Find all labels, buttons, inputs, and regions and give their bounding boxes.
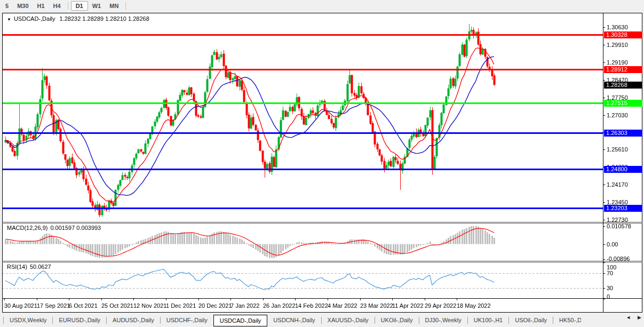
rsi-tick-label: 70 [607,270,613,276]
tab-xauusd-daily[interactable]: XAUUSD-,Daily [322,314,375,327]
price-tick-label: 1.29910 [607,42,628,48]
date-tick-label: 6 Oct 2021 [69,302,98,309]
price-tick-label: 1.29190 [607,59,628,66]
price-tick-label: 1.30630 [607,24,628,30]
macd-name: MACD(12,26,9) [7,225,47,231]
price-level-badge: 1.27515 [604,100,642,107]
price-tick-label: 1.22730 [607,217,628,223]
price-chart-canvas[interactable] [0,0,644,327]
macd-indicator-label: MACD(12,26,9)0.001597 0.003993 [7,225,101,231]
tab-eurusd-daily[interactable]: EURUSD-,Daily [53,314,106,327]
tab-dj30-weekly[interactable]: DJ30-,Weekly [419,314,467,327]
macd-tick-label: -0.00896 [607,256,630,262]
date-tick-label: 18 May 2022 [457,302,491,309]
price-level-badge: 1.28912 [604,66,642,73]
rsi-tick-label: 0 [607,293,610,300]
date-tick-label: 11 Apr 2022 [392,302,424,309]
macd-tick-label: 0.00 [607,241,618,248]
price-tick-label: 1.25610 [607,146,628,153]
tab-ukoil-daily[interactable]: UKOil-,Daily [375,314,419,327]
date-tick-label: 29 Apr 2022 [425,302,456,309]
toolbar-separator [125,2,126,10]
tab-scroll-left-icon[interactable]: ◄ [626,315,631,320]
price-level-badge: 1.30328 [604,31,642,38]
date-tick-label: 23 Mar 2022 [360,302,393,309]
rsi-indicator-label: RSI(14)50.0627 [7,264,51,270]
timeframe-button-h1[interactable]: H1 [33,1,49,11]
price-level-badge: 1.28268 [604,82,642,89]
tab-usdx-weekly[interactable]: USDX,Weekly [4,314,52,327]
date-tick-label: 1 Dec 2021 [166,302,196,309]
tab-scroll-arrows: ◄ ▶ [626,315,641,320]
date-tick-label: 25 Oct 2021 [101,302,133,309]
tab-hk50-daily[interactable]: HK50-,Daily [553,314,581,327]
mt4-terminal: 5M30H1H4D1W1MN ▼USDCAD-,Daily1.28232 1.2… [0,0,644,327]
rsi-tick-label: 30 [607,285,613,291]
chart-tabs-bar: USDX,WeeklyEURUSD-,DailyAUDUSD-,DailyUSD… [0,314,644,327]
timeframe-button-h4[interactable]: H4 [49,1,65,11]
tab-audusd-daily[interactable]: AUDUSD-,Daily [107,314,160,327]
date-tick-label: 20 Dec 2021 [198,302,232,309]
tab-usdcad-daily[interactable]: USDCAD-,Daily [213,315,268,326]
symbol-dropdown-icon[interactable]: ▼ [7,17,11,22]
timeframe-button-5[interactable]: 5 [1,1,13,11]
tab-usdcnh-daily[interactable]: USDCNH-,Daily [267,314,321,327]
chart-ohlc-values: 1.28232 1.28289 1.28210 1.28268 [60,15,149,22]
chart-symbol-label: USDCAD-,Daily [14,15,55,22]
price-level-badge: 1.23203 [604,205,642,212]
timeframe-button-mn[interactable]: MN [105,1,123,11]
date-tick-label: 17 Sep 2021 [37,302,70,309]
tab-scroll-right-icon[interactable]: ▶ [638,315,641,320]
macd-values: 0.001597 0.003993 [50,225,101,231]
tab-uk100-h1[interactable]: UK100-,H1 [468,314,508,327]
date-tick-label: 7 Jan 2022 [230,302,259,309]
toolbar-separator [68,2,68,10]
rsi-value: 50.0627 [30,264,51,270]
date-tick-label: 26 Jan 2022 [263,302,296,309]
price-level-badge: 1.24800 [604,166,642,173]
date-tick-label: 14 Feb 2022 [295,302,328,309]
rsi-name: RSI(14) [7,264,27,270]
timeframe-toolbar: 5M30H1H4D1W1MN [0,0,644,12]
price-tick-label: 1.27030 [607,112,628,118]
date-tick-label: 12 Nov 2021 [133,302,166,309]
timeframe-button-d1[interactable]: D1 [71,1,88,11]
date-tick-label: 30 Aug 2021 [4,302,37,309]
tab-usdchf-daily[interactable]: USDCHF-,Daily [161,314,213,327]
timeframe-button-m30[interactable]: M30 [13,1,33,11]
timeframe-button-w1[interactable]: W1 [88,1,106,11]
macd-tick-label: 0.010578 [607,223,631,229]
price-level-badge: 1.26303 [604,130,642,137]
price-tick-label: 1.24170 [607,181,628,188]
chart-title: ▼USDCAD-,Daily1.28232 1.28289 1.28210 1.… [7,15,149,22]
date-tick-label: 4 Mar 2022 [328,302,357,309]
tab-usoil-daily[interactable]: USOil-,Daily [509,314,553,327]
